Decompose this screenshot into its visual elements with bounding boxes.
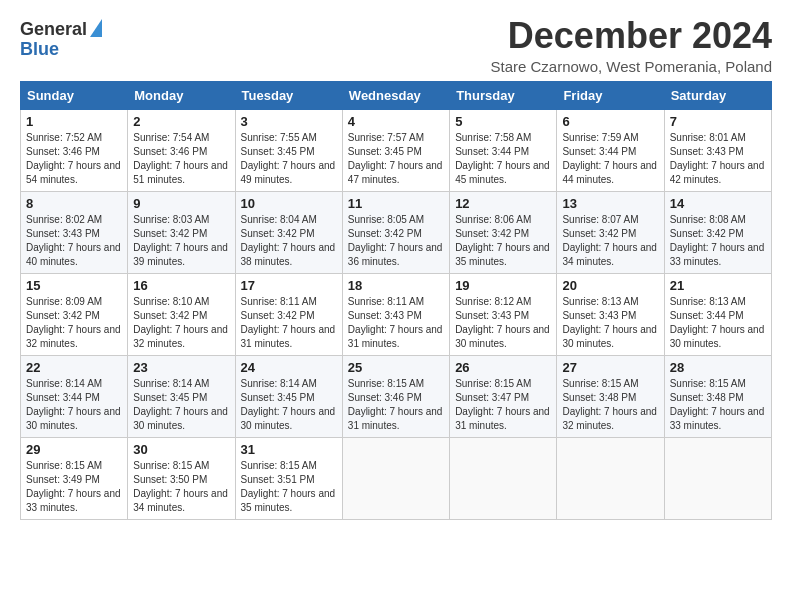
col-thursday: Thursday [450, 81, 557, 109]
table-row: 16 Sunrise: 8:10 AMSunset: 3:42 PMDaylig… [128, 273, 235, 355]
day-info: Sunrise: 8:06 AMSunset: 3:42 PMDaylight:… [455, 213, 551, 269]
day-info: Sunrise: 7:54 AMSunset: 3:46 PMDaylight:… [133, 131, 229, 187]
table-row: 26 Sunrise: 8:15 AMSunset: 3:47 PMDaylig… [450, 355, 557, 437]
table-row: 12 Sunrise: 8:06 AMSunset: 3:42 PMDaylig… [450, 191, 557, 273]
day-number: 15 [26, 278, 122, 293]
logo-blue: Blue [20, 40, 59, 60]
table-row [450, 437, 557, 519]
day-number: 6 [562, 114, 658, 129]
table-row: 8 Sunrise: 8:02 AMSunset: 3:43 PMDayligh… [21, 191, 128, 273]
table-row: 14 Sunrise: 8:08 AMSunset: 3:42 PMDaylig… [664, 191, 771, 273]
table-row: 17 Sunrise: 8:11 AMSunset: 3:42 PMDaylig… [235, 273, 342, 355]
table-row: 1 Sunrise: 7:52 AMSunset: 3:46 PMDayligh… [21, 109, 128, 191]
logo: General Blue [20, 20, 102, 60]
table-row: 29 Sunrise: 8:15 AMSunset: 3:49 PMDaylig… [21, 437, 128, 519]
day-number: 5 [455, 114, 551, 129]
day-info: Sunrise: 8:11 AMSunset: 3:43 PMDaylight:… [348, 295, 444, 351]
calendar-week-row: 1 Sunrise: 7:52 AMSunset: 3:46 PMDayligh… [21, 109, 772, 191]
day-info: Sunrise: 8:14 AMSunset: 3:45 PMDaylight:… [241, 377, 337, 433]
day-info: Sunrise: 8:11 AMSunset: 3:42 PMDaylight:… [241, 295, 337, 351]
day-info: Sunrise: 8:04 AMSunset: 3:42 PMDaylight:… [241, 213, 337, 269]
day-number: 7 [670, 114, 766, 129]
title-area: December 2024 Stare Czarnowo, West Pomer… [490, 16, 772, 75]
day-info: Sunrise: 8:03 AMSunset: 3:42 PMDaylight:… [133, 213, 229, 269]
table-row: 24 Sunrise: 8:14 AMSunset: 3:45 PMDaylig… [235, 355, 342, 437]
day-info: Sunrise: 8:15 AMSunset: 3:48 PMDaylight:… [670, 377, 766, 433]
day-info: Sunrise: 8:07 AMSunset: 3:42 PMDaylight:… [562, 213, 658, 269]
day-info: Sunrise: 8:14 AMSunset: 3:44 PMDaylight:… [26, 377, 122, 433]
table-row: 3 Sunrise: 7:55 AMSunset: 3:45 PMDayligh… [235, 109, 342, 191]
day-number: 16 [133, 278, 229, 293]
day-info: Sunrise: 8:02 AMSunset: 3:43 PMDaylight:… [26, 213, 122, 269]
table-row: 11 Sunrise: 8:05 AMSunset: 3:42 PMDaylig… [342, 191, 449, 273]
day-info: Sunrise: 8:15 AMSunset: 3:51 PMDaylight:… [241, 459, 337, 515]
table-row: 20 Sunrise: 8:13 AMSunset: 3:43 PMDaylig… [557, 273, 664, 355]
day-info: Sunrise: 8:15 AMSunset: 3:46 PMDaylight:… [348, 377, 444, 433]
day-info: Sunrise: 8:14 AMSunset: 3:45 PMDaylight:… [133, 377, 229, 433]
day-info: Sunrise: 7:55 AMSunset: 3:45 PMDaylight:… [241, 131, 337, 187]
day-number: 31 [241, 442, 337, 457]
day-info: Sunrise: 7:52 AMSunset: 3:46 PMDaylight:… [26, 131, 122, 187]
day-number: 18 [348, 278, 444, 293]
col-sunday: Sunday [21, 81, 128, 109]
header: General Blue December 2024 Stare Czarnow… [20, 16, 772, 75]
table-row: 10 Sunrise: 8:04 AMSunset: 3:42 PMDaylig… [235, 191, 342, 273]
table-row: 28 Sunrise: 8:15 AMSunset: 3:48 PMDaylig… [664, 355, 771, 437]
table-row: 6 Sunrise: 7:59 AMSunset: 3:44 PMDayligh… [557, 109, 664, 191]
day-number: 28 [670, 360, 766, 375]
day-number: 27 [562, 360, 658, 375]
calendar-week-row: 22 Sunrise: 8:14 AMSunset: 3:44 PMDaylig… [21, 355, 772, 437]
calendar-table: Sunday Monday Tuesday Wednesday Thursday… [20, 81, 772, 520]
day-number: 1 [26, 114, 122, 129]
day-number: 4 [348, 114, 444, 129]
day-info: Sunrise: 7:57 AMSunset: 3:45 PMDaylight:… [348, 131, 444, 187]
day-info: Sunrise: 8:01 AMSunset: 3:43 PMDaylight:… [670, 131, 766, 187]
day-info: Sunrise: 8:15 AMSunset: 3:48 PMDaylight:… [562, 377, 658, 433]
calendar-week-row: 8 Sunrise: 8:02 AMSunset: 3:43 PMDayligh… [21, 191, 772, 273]
col-friday: Friday [557, 81, 664, 109]
day-info: Sunrise: 8:08 AMSunset: 3:42 PMDaylight:… [670, 213, 766, 269]
table-row: 27 Sunrise: 8:15 AMSunset: 3:48 PMDaylig… [557, 355, 664, 437]
calendar-week-row: 29 Sunrise: 8:15 AMSunset: 3:49 PMDaylig… [21, 437, 772, 519]
logo-triangle-icon [90, 19, 102, 37]
day-info: Sunrise: 7:58 AMSunset: 3:44 PMDaylight:… [455, 131, 551, 187]
day-number: 13 [562, 196, 658, 211]
day-info: Sunrise: 8:05 AMSunset: 3:42 PMDaylight:… [348, 213, 444, 269]
day-number: 25 [348, 360, 444, 375]
day-info: Sunrise: 7:59 AMSunset: 3:44 PMDaylight:… [562, 131, 658, 187]
table-row: 25 Sunrise: 8:15 AMSunset: 3:46 PMDaylig… [342, 355, 449, 437]
day-info: Sunrise: 8:13 AMSunset: 3:44 PMDaylight:… [670, 295, 766, 351]
table-row: 15 Sunrise: 8:09 AMSunset: 3:42 PMDaylig… [21, 273, 128, 355]
col-wednesday: Wednesday [342, 81, 449, 109]
col-monday: Monday [128, 81, 235, 109]
month-title: December 2024 [490, 16, 772, 56]
day-number: 10 [241, 196, 337, 211]
table-row: 22 Sunrise: 8:14 AMSunset: 3:44 PMDaylig… [21, 355, 128, 437]
table-row: 21 Sunrise: 8:13 AMSunset: 3:44 PMDaylig… [664, 273, 771, 355]
table-row: 18 Sunrise: 8:11 AMSunset: 3:43 PMDaylig… [342, 273, 449, 355]
table-row: 13 Sunrise: 8:07 AMSunset: 3:42 PMDaylig… [557, 191, 664, 273]
day-info: Sunrise: 8:15 AMSunset: 3:49 PMDaylight:… [26, 459, 122, 515]
day-number: 29 [26, 442, 122, 457]
day-number: 20 [562, 278, 658, 293]
header-row: Sunday Monday Tuesday Wednesday Thursday… [21, 81, 772, 109]
table-row: 4 Sunrise: 7:57 AMSunset: 3:45 PMDayligh… [342, 109, 449, 191]
table-row [557, 437, 664, 519]
day-info: Sunrise: 8:13 AMSunset: 3:43 PMDaylight:… [562, 295, 658, 351]
location-subtitle: Stare Czarnowo, West Pomerania, Poland [490, 58, 772, 75]
table-row: 30 Sunrise: 8:15 AMSunset: 3:50 PMDaylig… [128, 437, 235, 519]
table-row: 9 Sunrise: 8:03 AMSunset: 3:42 PMDayligh… [128, 191, 235, 273]
table-row: 19 Sunrise: 8:12 AMSunset: 3:43 PMDaylig… [450, 273, 557, 355]
day-number: 26 [455, 360, 551, 375]
day-number: 23 [133, 360, 229, 375]
day-number: 3 [241, 114, 337, 129]
day-number: 8 [26, 196, 122, 211]
col-saturday: Saturday [664, 81, 771, 109]
calendar-week-row: 15 Sunrise: 8:09 AMSunset: 3:42 PMDaylig… [21, 273, 772, 355]
table-row: 31 Sunrise: 8:15 AMSunset: 3:51 PMDaylig… [235, 437, 342, 519]
day-number: 9 [133, 196, 229, 211]
day-number: 14 [670, 196, 766, 211]
day-number: 30 [133, 442, 229, 457]
day-number: 24 [241, 360, 337, 375]
logo-general: General [20, 20, 87, 40]
